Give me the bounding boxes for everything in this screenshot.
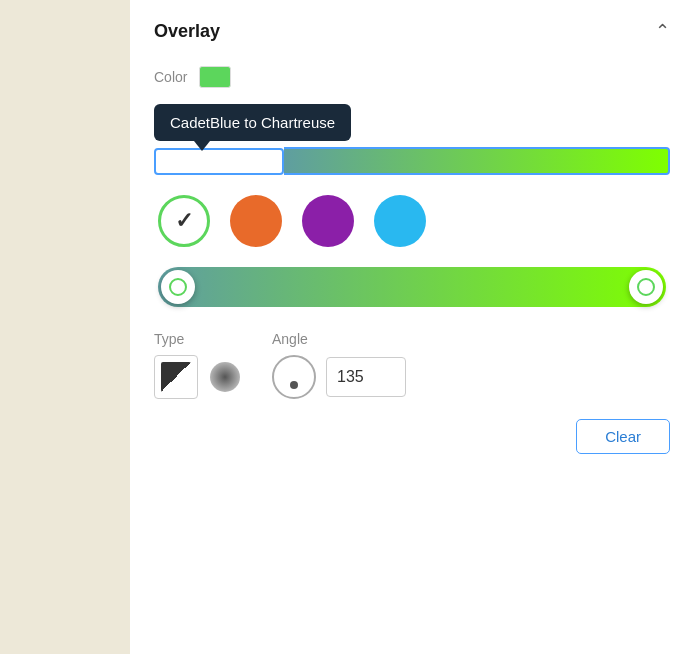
- bottom-controls: Type Angle: [154, 331, 670, 399]
- color-circles-row: ✓: [154, 195, 670, 247]
- type-group: Type: [154, 331, 240, 399]
- type-radial-button[interactable]: [210, 362, 240, 392]
- angle-group: Angle: [272, 331, 406, 399]
- panel-header: Overlay ⌃: [154, 20, 670, 42]
- slider-thumb-inner-right: [637, 278, 655, 296]
- overlay-panel: Overlay ⌃ Color CadetBlue to Chartreuse …: [130, 0, 694, 654]
- angle-dial-indicator: [290, 381, 298, 389]
- type-linear-button[interactable]: [154, 355, 198, 399]
- circle-option-2[interactable]: [230, 195, 282, 247]
- angle-input[interactable]: [326, 357, 406, 397]
- type-label: Type: [154, 331, 240, 347]
- checkmark-icon: ✓: [175, 208, 193, 234]
- gradient-name-input[interactable]: [154, 148, 284, 175]
- sidebar-panel: [0, 0, 130, 654]
- gradient-preview-bar[interactable]: [284, 147, 670, 175]
- slider-thumb-right[interactable]: [629, 270, 663, 304]
- color-label: Color: [154, 69, 187, 85]
- angle-input-row: [272, 355, 406, 399]
- linear-gradient-icon: [161, 362, 191, 392]
- angle-dial[interactable]: [272, 355, 316, 399]
- gradient-input-bar: [154, 147, 670, 175]
- color-row: Color: [154, 66, 670, 88]
- circle-option-3[interactable]: [302, 195, 354, 247]
- circle-option-1[interactable]: ✓: [158, 195, 210, 247]
- circle-option-4[interactable]: [374, 195, 426, 247]
- gradient-slider-track[interactable]: [158, 267, 666, 307]
- slider-thumb-left[interactable]: [161, 270, 195, 304]
- clear-button[interactable]: Clear: [576, 419, 670, 454]
- tooltip-input-row: CadetBlue to Chartreuse: [154, 104, 670, 175]
- tooltip-text: CadetBlue to Chartreuse: [170, 114, 335, 131]
- angle-label: Angle: [272, 331, 406, 347]
- gradient-slider-container: [154, 267, 670, 307]
- tooltip-box: CadetBlue to Chartreuse: [154, 104, 351, 141]
- clear-button-row: Clear: [154, 419, 670, 454]
- panel-title: Overlay: [154, 21, 220, 42]
- collapse-icon[interactable]: ⌃: [655, 20, 670, 42]
- slider-thumb-inner-left: [169, 278, 187, 296]
- type-options: [154, 355, 240, 399]
- color-swatch[interactable]: [199, 66, 231, 88]
